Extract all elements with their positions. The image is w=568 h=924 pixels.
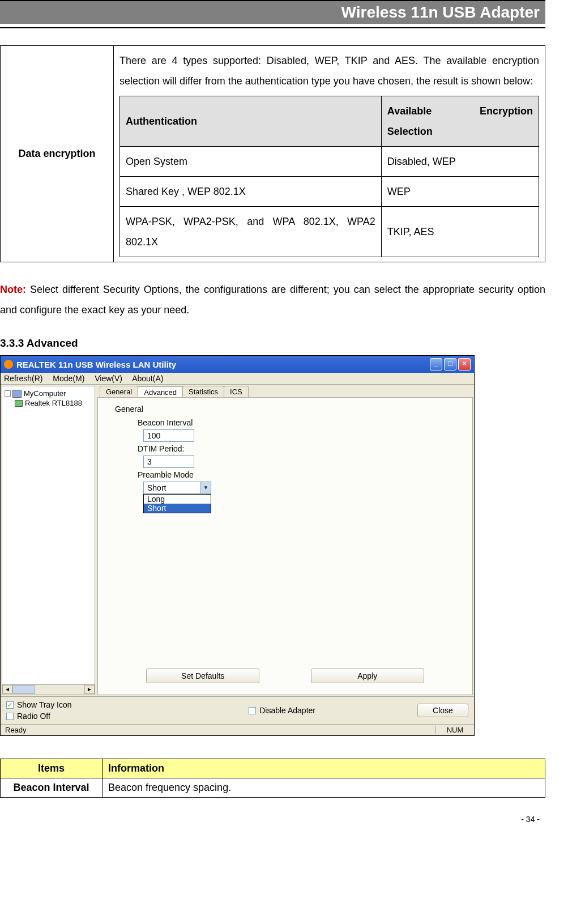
header-rule (0, 27, 545, 28)
enc-header: Available Encryption Selection (381, 96, 539, 147)
tree-child-label: Realtek RTL8188 (25, 399, 82, 407)
menu-view[interactable]: View(V) (95, 374, 122, 383)
menu-about[interactable]: About(A) (132, 374, 163, 383)
tree-scrollbar[interactable]: ◄ ► (2, 684, 95, 695)
items-table: Items Information Beacon Interval Beacon… (0, 759, 545, 798)
maximize-button[interactable]: □ (444, 358, 456, 371)
content-pane: General Advanced Statistics ICS General … (97, 386, 473, 695)
window-title: REALTEK 11n USB Wireless LAN Utility (16, 360, 176, 369)
tree-child[interactable]: Realtek RTL8188 (15, 398, 92, 408)
enc-cell: Disabled, WEP (381, 147, 539, 177)
checkbox-icon (249, 707, 256, 714)
chevron-down-icon[interactable]: ▼ (200, 482, 211, 493)
scroll-left-icon[interactable]: ◄ (2, 685, 12, 694)
menu-refresh[interactable]: Refresh(R) (4, 374, 42, 383)
close-window-button[interactable]: × (458, 358, 471, 371)
note-text: Select different Security Options, the c… (0, 284, 545, 316)
tab-statistics[interactable]: Statistics (182, 386, 224, 397)
preamble-dropdown-list: Long Short (143, 494, 211, 513)
encryption-desc-cell: There are 4 types supported: Disabled, W… (114, 46, 545, 262)
section-heading: 3.3.3 Advanced (0, 337, 545, 350)
enc-cell: TKIP, AES (381, 207, 539, 257)
auth-enc-table: Authentication Available Encryption Sele… (119, 96, 539, 257)
encryption-label-cell: Data encryption (1, 46, 114, 262)
auth-header: Authentication (120, 96, 382, 147)
checkbox-icon: ✓ (6, 701, 14, 709)
checkbox-icon (6, 713, 14, 720)
encryption-table: Data encryption There are 4 types suppor… (0, 45, 545, 262)
titlebar: REALTEK 11n USB Wireless LAN Utility _ □… (1, 356, 474, 373)
enc-cell: WEP (381, 177, 539, 207)
minimize-button[interactable]: _ (430, 358, 442, 371)
tab-content: General Beacon Interval 100 DTIM Period:… (97, 397, 473, 695)
page-number: - 34 - (0, 815, 545, 824)
dtim-period-input[interactable]: 3 (143, 455, 194, 468)
beacon-interval-label: Beacon Interval (138, 418, 455, 427)
app-window: REALTEK 11n USB Wireless LAN Utility _ □… (0, 355, 475, 736)
menu-mode[interactable]: Mode(M) (53, 374, 84, 383)
tab-advanced[interactable]: Advanced (138, 386, 183, 398)
tab-general[interactable]: General (100, 386, 138, 397)
dtim-period-label: DTIM Period: (138, 444, 455, 453)
items-cell-info: Beacon frequency spacing. (103, 778, 545, 798)
preamble-option-short[interactable]: Short (144, 504, 211, 513)
scroll-right-icon[interactable]: ► (84, 685, 95, 694)
radio-off-checkbox[interactable]: Radio Off (6, 712, 72, 721)
menubar: Refresh(R) Mode(M) View(V) About(A) (1, 373, 474, 385)
group-general-label: General (115, 404, 455, 414)
auth-cell: Open System (120, 147, 382, 177)
app-icon (4, 360, 13, 369)
apply-button[interactable]: Apply (311, 668, 424, 683)
tab-strip: General Advanced Statistics ICS (97, 386, 473, 397)
set-defaults-button[interactable]: Set Defaults (146, 668, 259, 683)
device-icon (15, 400, 23, 407)
status-num: NUM (435, 726, 469, 734)
tree-root-label: MyComputer (24, 389, 66, 398)
tree-root[interactable]: - MyComputer (5, 389, 92, 398)
show-tray-label: Show Tray Icon (17, 700, 72, 709)
radio-off-label: Radio Off (17, 712, 50, 721)
tree-pane: - MyComputer Realtek RTL8188 ◄ ► (2, 386, 95, 695)
preamble-mode-select[interactable]: Short ▼ (143, 482, 211, 494)
items-header-info: Information (103, 759, 545, 778)
items-header-items: Items (1, 759, 103, 778)
auth-cell: Shared Key , WEP 802.1X (120, 177, 382, 207)
computer-icon (12, 390, 22, 398)
preamble-selected-value: Short (144, 483, 200, 492)
disable-adapter-checkbox[interactable]: Disable Adapter (249, 706, 315, 715)
tree-collapse-icon[interactable]: - (5, 390, 11, 397)
tab-ics[interactable]: ICS (224, 386, 249, 397)
preamble-mode-label: Preamble Mode (138, 470, 455, 479)
encryption-intro: There are 4 types supported: Disabled, W… (119, 55, 539, 87)
scroll-thumb[interactable] (12, 685, 35, 694)
status-ready: Ready (5, 726, 435, 734)
auth-cell: WPA-PSK, WPA2-PSK, and WPA 802.1X, WPA2 … (120, 207, 382, 257)
beacon-interval-input[interactable]: 100 (143, 429, 194, 442)
note-label: Note: (0, 284, 26, 295)
preamble-option-long[interactable]: Long (144, 495, 211, 504)
close-button[interactable]: Close (417, 704, 468, 717)
items-cell-item: Beacon Interval (1, 778, 103, 798)
disable-adapter-label: Disable Adapter (259, 706, 315, 715)
show-tray-checkbox[interactable]: ✓ Show Tray Icon (6, 700, 72, 709)
statusbar: Ready NUM (1, 724, 474, 735)
page-header: Wireless 11n USB Adapter (0, 0, 545, 24)
bottom-bar: ✓ Show Tray Icon Radio Off Disable Adapt… (1, 696, 474, 724)
note-paragraph: Note: Select different Security Options,… (0, 279, 545, 320)
